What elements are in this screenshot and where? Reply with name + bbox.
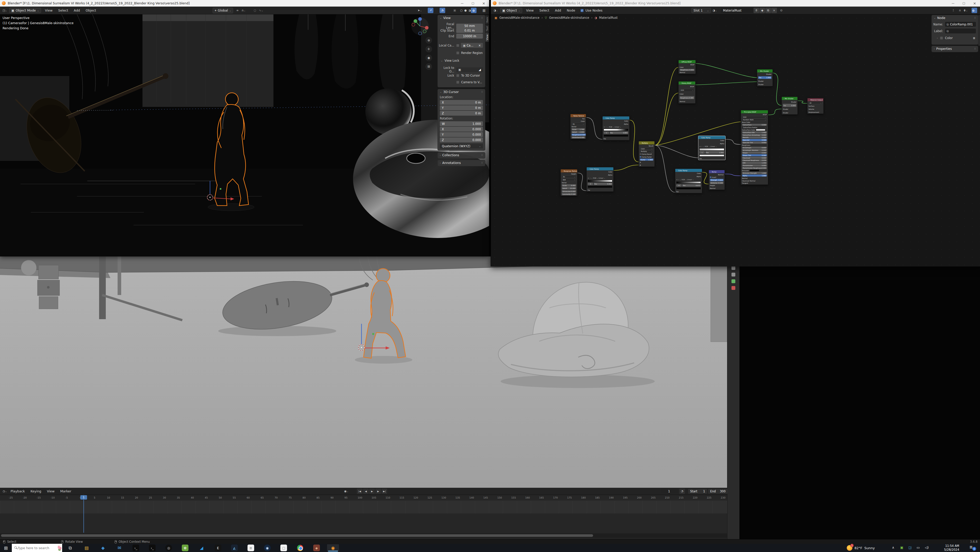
titlebar-shader[interactable]: Blender* [F:\1. Dimensional Surrealism V… — [491, 0, 980, 7]
timeline-editor-type-button[interactable]: ◷⌄ — [2, 488, 8, 494]
search-box[interactable] — [12, 544, 62, 552]
node-glossy[interactable]: ⌄Glossy BSDFBSDFGGX⌄ColorRoughness0.080N… — [678, 81, 695, 104]
shader-node-editor[interactable]: ⌄Noise TextureFacColor3D⌄VectorScale1.70… — [491, 14, 980, 266]
node-output[interactable]: ⌄Material OutputAll⌄SurfaceVolumeDisplac… — [807, 98, 824, 114]
parent-node-tree-icon[interactable]: ↥ — [950, 8, 956, 13]
material-icon[interactable]: ◑⌄ — [712, 8, 718, 13]
node-bump[interactable]: ⌄BumpNormalInvertStrength0.650Distance0.… — [709, 170, 725, 190]
terminal-icon[interactable]: ›_ — [130, 544, 142, 552]
unlink-material-icon[interactable]: × — [771, 8, 777, 13]
material-name-field[interactable]: MaterialRust — [721, 8, 753, 13]
minimize-button[interactable]: — — [457, 0, 468, 6]
search-box-image[interactable] — [58, 544, 61, 551]
local-camera-checkbox[interactable] — [456, 44, 459, 47]
menu-view[interactable]: View — [42, 8, 56, 12]
minimize-button[interactable]: — — [948, 0, 958, 6]
breadcrumb-item[interactable]: Genesis8Male-skinInstance — [549, 16, 589, 19]
snap-grid-icon[interactable]: ⋕⌄ — [963, 8, 969, 13]
viewport-rendered[interactable]: User Perspective (1) Camerasfor | Genesi… — [0, 14, 489, 257]
eco-icon[interactable]: ▣ — [900, 546, 903, 549]
npanel-collections[interactable]: ›Collections⠿ — [438, 152, 485, 159]
maximize-button[interactable]: ▢ — [958, 0, 969, 6]
app-red-icon[interactable]: ◈ — [311, 544, 323, 552]
current-frame-field[interactable]: 1 — [660, 489, 678, 494]
doc-icon[interactable]: ▢ — [278, 544, 290, 552]
move-view-icon[interactable]: ✛ — [425, 46, 432, 53]
cursor-field-y[interactable]: Y0.000 — [440, 132, 483, 137]
weather-widget[interactable]: 1 82°F Sunny — [847, 544, 890, 552]
timeline-editor[interactable]: ◷⌄ PlaybackKeyingViewMarker ◉⌄ |◀◀▶▶▶| 1… — [0, 488, 727, 539]
daz-icon[interactable]: ◭ — [229, 544, 240, 552]
cursor-panel-title[interactable]: 3D Cursor — [444, 90, 459, 94]
notification-button[interactable]: ≣ 6 — [966, 545, 976, 551]
vscode-icon[interactable]: ◢ — [196, 544, 207, 552]
node-mix2[interactable]: ⌄Mix ShaderShaderFac0.000ShaderShader — [781, 97, 798, 115]
transport-button-3[interactable]: ▶ — [375, 488, 381, 494]
notepad-icon[interactable]: ≣ — [245, 544, 257, 552]
timeline-channels[interactable] — [0, 501, 727, 514]
editor-type-button[interactable]: ◳⌄ — [2, 8, 8, 13]
menu-select[interactable]: Select — [536, 8, 552, 12]
node-musgrave[interactable]: ⌄Musgrave TextureHeight3D⌄fBM⌄VectorScal… — [560, 169, 578, 196]
editor-type-button[interactable]: ◑⌄ — [493, 8, 499, 13]
overlays-button[interactable]: ◍⌄ — [972, 8, 977, 13]
maximize-button[interactable]: ▢ — [468, 0, 478, 6]
sidebar-tab-tool[interactable]: Tool — [485, 25, 489, 32]
snap-magnet-icon[interactable]: ∩⌄ — [241, 8, 247, 13]
node-ramp_d[interactable]: ⌄Color RampColorAlpha+ − ⌄ RGB ⌄ Linear … — [675, 169, 702, 193]
taskbar-clock[interactable]: 11:54 AM 5/28/2024 — [934, 544, 959, 552]
lock-to-object-field[interactable]: ▣◢ — [456, 67, 483, 72]
view-field-1[interactable]: 0.01 m — [456, 28, 483, 33]
proportional-editing-icon[interactable]: ◌ — [252, 8, 258, 13]
node-name-field[interactable]: ⧉ColorRamp.001 — [945, 22, 976, 27]
titlebar[interactable]: Blender* [F:\1. Dimensional Surrealism V… — [0, 0, 489, 7]
file-explorer-icon[interactable]: ▤ — [81, 544, 92, 552]
properties-tab-3[interactable] — [732, 279, 735, 283]
mode-dropdown[interactable]: ▣Object Mode⌄ — [9, 8, 41, 13]
menu-select[interactable]: Select — [56, 8, 71, 12]
steam-icon[interactable]: ◉ — [261, 544, 273, 552]
search-input[interactable] — [18, 546, 58, 550]
chrome-icon[interactable] — [294, 544, 306, 552]
transport-button-2[interactable]: ▶ — [369, 488, 375, 494]
task-view-icon[interactable]: ⧉ — [64, 544, 76, 552]
breadcrumb-item[interactable]: Genesis8Male-skinInstance — [500, 16, 539, 19]
cursor-field-x[interactable]: X0.000 — [440, 127, 483, 132]
node-panel-title[interactable]: Node — [937, 16, 945, 20]
show-gizmo-button[interactable]: ➤⌄ — [417, 8, 423, 13]
timeline-ruler[interactable]: -25-20-15-10-505101520253035404550556065… — [0, 495, 727, 501]
cursor-field-x[interactable]: X0 m — [440, 100, 483, 105]
mail-icon[interactable]: ✉ — [113, 544, 125, 552]
axis-gizmo[interactable] — [411, 17, 429, 35]
menu-view[interactable]: View — [44, 489, 57, 493]
falloff-icon[interactable]: ∿⌄ — [258, 8, 264, 13]
chevron-up-icon[interactable]: ∧ — [892, 546, 894, 549]
sync-icon[interactable]: ◲ — [908, 546, 912, 549]
new-material-copy-icon[interactable]: ⧉ — [765, 8, 771, 13]
material-slot-dropdown[interactable]: Slot 1⌄ — [691, 8, 711, 13]
node-ramp_a[interactable]: ⌄Color RampColorAlpha+ − ⌄ RGB ⌄ Linear … — [602, 116, 630, 140]
menu-keying[interactable]: Keying — [28, 489, 44, 493]
stopwatch-icon[interactable]: ◔ — [679, 488, 685, 494]
pin-icon[interactable]: ⊙ — [778, 8, 784, 13]
npanel-tab-strip[interactable] — [978, 15, 980, 46]
color-swatch[interactable] — [940, 37, 943, 40]
terminal2-icon[interactable]: ›_ — [146, 544, 158, 552]
obs-icon[interactable]: ◎ — [163, 544, 175, 552]
frame-end-field[interactable]: End300 — [708, 489, 728, 494]
sidebar-tab-item[interactable]: Item — [485, 16, 489, 24]
menu-add[interactable]: Add — [552, 8, 564, 12]
view-field-2[interactable]: 10000 m — [456, 34, 483, 38]
menu-marker[interactable]: Marker — [57, 489, 74, 493]
volume-icon[interactable]: ◁) — [925, 546, 929, 549]
properties-tab-1[interactable] — [732, 266, 735, 270]
cursor-field-z[interactable]: Z0.000 — [440, 137, 483, 142]
menu-playback[interactable]: Playback — [8, 489, 28, 493]
playhead[interactable] — [83, 495, 84, 533]
show-overlays-button[interactable]: ↗ — [428, 8, 433, 13]
node-diffuse[interactable]: ⌄Diffuse BSDFBSDFColorRoughness0.000Norm… — [678, 60, 696, 74]
view-lock-subpanel[interactable]: View Lock — [445, 59, 459, 62]
camera-to-view-checkbox[interactable] — [456, 81, 459, 84]
material-users-button[interactable]: 8 — [754, 8, 759, 13]
local-camera-field[interactable]: ▣ Ca...× — [461, 43, 483, 48]
